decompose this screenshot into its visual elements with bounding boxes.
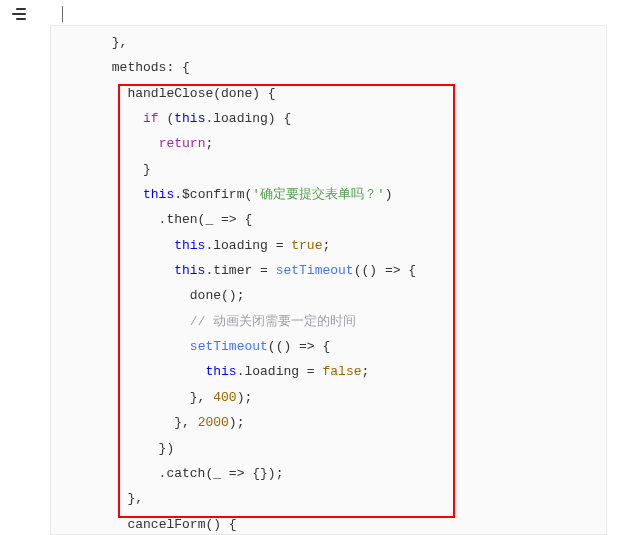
code-line: }, 400);	[65, 390, 252, 405]
code-line: },	[65, 35, 127, 50]
code-line: }	[65, 162, 151, 177]
code-line: this.loading = true;	[65, 238, 330, 253]
token-handleClose: handleClose	[127, 86, 213, 101]
token-this: this	[205, 364, 236, 379]
token-methods: methods	[112, 60, 167, 75]
token-this: this	[174, 111, 205, 126]
code-line: handleClose(done) {	[65, 86, 276, 101]
code-line: setTimeout(() => {	[65, 339, 330, 354]
code-line: }, 2000);	[65, 415, 244, 430]
text-cursor	[62, 6, 63, 22]
token-if: if	[143, 111, 159, 126]
code-line: .catch(_ => {});	[65, 466, 283, 481]
code-line: .then(_ => {	[65, 212, 252, 227]
token-return: return	[159, 136, 206, 151]
code-line: cancelForm() {	[65, 517, 237, 532]
token-true: true	[291, 238, 322, 253]
code-line: },	[65, 491, 143, 506]
token-num: 2000	[198, 415, 229, 430]
code-line: done();	[65, 288, 244, 303]
token-this: this	[174, 238, 205, 253]
code-line: if (this.loading) {	[65, 111, 291, 126]
code-block: }, methods: { handleClose(done) { if (th…	[50, 25, 607, 535]
token-string: '确定要提交表单吗？'	[252, 187, 385, 202]
code-line: // 动画关闭需要一定的时间	[65, 314, 356, 329]
token-setTimeout: setTimeout	[190, 339, 268, 354]
token-num: 400	[213, 390, 236, 405]
code-line: return;	[65, 136, 213, 151]
code-line: this.$confirm('确定要提交表单吗？')	[65, 187, 393, 202]
code-line: })	[65, 441, 174, 456]
token-comment: // 动画关闭需要一定的时间	[190, 314, 356, 329]
token-false: false	[322, 364, 361, 379]
menu-icon[interactable]	[12, 8, 28, 22]
token-this: this	[174, 263, 205, 278]
code-content: }, methods: { handleClose(done) { if (th…	[51, 30, 606, 535]
token-cancelForm: cancelForm	[127, 517, 205, 532]
token-this: this	[143, 187, 174, 202]
code-line: this.timer = setTimeout(() => {	[65, 263, 416, 278]
token-setTimeout: setTimeout	[276, 263, 354, 278]
code-line: this.loading = false;	[65, 364, 369, 379]
code-line: methods: {	[65, 60, 190, 75]
